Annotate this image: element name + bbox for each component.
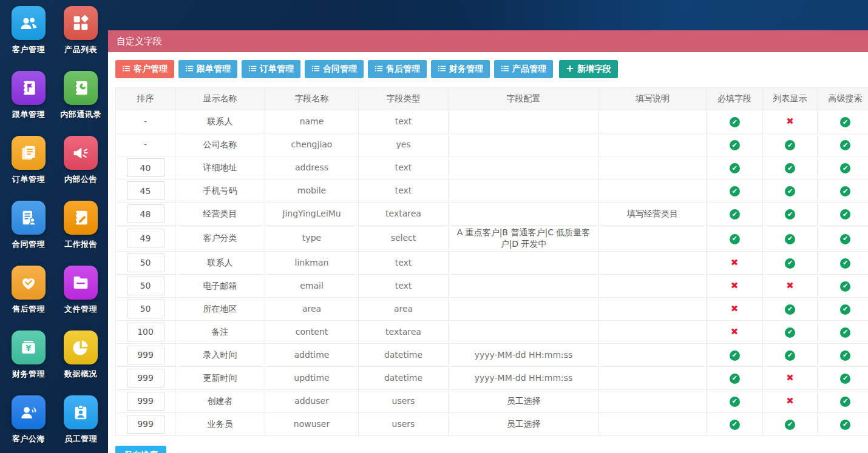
list-show-check-icon[interactable]: ✔ (785, 209, 795, 220)
sidebar-item-user-chat[interactable]: 客户公海 (2, 395, 55, 445)
sidebar-item-report-pencil[interactable]: 工作报告 (55, 201, 107, 250)
adv-search-check-icon[interactable]: ✔ (840, 281, 850, 292)
sort-input[interactable] (127, 300, 164, 318)
tab-订单管理[interactable]: 订单管理 (242, 60, 300, 78)
sort-input[interactable] (127, 229, 164, 247)
sort-input[interactable] (127, 323, 164, 341)
adv-search-check-icon[interactable]: ✔ (840, 304, 850, 315)
sort-cell (116, 226, 175, 252)
custom-fields-panel: 自定义字段 客户管理跟单管理订单管理合同管理售后管理财务管理产品管理新增字段 排… (108, 30, 868, 453)
sidebar-item-grid-blocks[interactable]: 产品列表 (55, 6, 107, 55)
sort-input[interactable] (127, 158, 164, 177)
sidebar-item-users[interactable]: 客户管理 (2, 6, 55, 55)
sidebar-item-documents[interactable]: 订单管理 (2, 136, 55, 185)
list-show-check-icon[interactable]: ✔ (785, 258, 795, 269)
display-name-cell: 更新时间 (175, 366, 265, 389)
sort-input[interactable] (127, 181, 164, 200)
list-show-check-icon[interactable]: ✔ (785, 186, 795, 196)
list-icon (122, 64, 134, 75)
list-show-cell: ✔ (763, 203, 818, 226)
sort-input[interactable] (127, 346, 164, 364)
field-note-cell (599, 366, 707, 389)
save-sort-button[interactable]: 保存排序 (115, 446, 166, 453)
required-check-icon[interactable]: ✔ (730, 234, 740, 244)
field-note-cell (599, 343, 707, 366)
adv-search-check-icon[interactable]: ✔ (840, 374, 850, 384)
list-show-cross-icon[interactable]: ✖ (786, 372, 794, 383)
tab-合同管理[interactable]: 合同管理 (305, 60, 364, 78)
required-check-icon[interactable]: ✔ (730, 397, 740, 407)
field-name-cell: addtime (265, 343, 359, 366)
sidebar-item-contract[interactable]: 合同管理 (2, 201, 55, 250)
adv-search-cell: ✔ (818, 320, 868, 343)
field-note-cell (599, 274, 707, 297)
required-check-icon[interactable]: ✔ (730, 117, 740, 127)
sidebar-item-handshake-heart[interactable]: 售后管理 (2, 266, 55, 315)
tab-产品管理[interactable]: 产品管理 (494, 60, 553, 78)
adv-search-check-icon[interactable]: ✔ (840, 258, 850, 269)
list-show-check-icon[interactable]: ✔ (785, 420, 795, 430)
adv-search-cell: ✔ (818, 180, 868, 203)
required-check-icon[interactable]: ✔ (730, 209, 740, 220)
list-show-check-icon[interactable]: ✔ (785, 140, 795, 150)
column-header: 排序 (116, 88, 175, 110)
adv-search-check-icon[interactable]: ✔ (840, 117, 850, 127)
add-field-button[interactable]: 新增字段 (559, 60, 618, 78)
list-show-cell: ✔ (763, 343, 818, 366)
required-cross-icon[interactable]: ✖ (731, 326, 739, 337)
adv-search-cell: ✔ (818, 226, 868, 252)
table-row: 录入时间addtimedatetimeyyyy-MM-dd HH:mm:ss✔✔… (116, 343, 868, 366)
list-icon (438, 64, 449, 75)
sort-input[interactable] (127, 253, 164, 272)
required-check-icon[interactable]: ✔ (730, 420, 740, 430)
adv-search-check-icon[interactable]: ✔ (840, 420, 850, 430)
required-cross-icon[interactable]: ✖ (731, 303, 739, 314)
sidebar-item-contacts-book[interactable]: 内部通讯录 (55, 71, 107, 120)
field-type-cell: textarea (359, 203, 449, 226)
tab-财务管理[interactable]: 财务管理 (431, 60, 490, 78)
sort-input[interactable] (127, 369, 164, 388)
sidebar-item-money[interactable]: ¥财务管理 (2, 331, 55, 380)
adv-search-check-icon[interactable]: ✔ (840, 327, 850, 338)
required-check-icon[interactable]: ✔ (730, 374, 740, 384)
sidebar-item-megaphone[interactable]: 内部公告 (55, 136, 107, 185)
required-check-icon[interactable]: ✔ (730, 186, 740, 196)
adv-search-check-icon[interactable]: ✔ (840, 234, 850, 244)
list-show-cross-icon[interactable]: ✖ (786, 116, 794, 127)
required-check-icon[interactable]: ✔ (730, 140, 740, 150)
sort-input[interactable] (127, 204, 164, 223)
list-show-check-icon[interactable]: ✔ (785, 163, 795, 173)
required-cross-icon[interactable]: ✖ (731, 257, 739, 268)
sort-input[interactable] (127, 415, 164, 434)
sort-cell (116, 156, 175, 180)
sidebar-item-notebook-flag[interactable]: 跟单管理 (2, 71, 55, 120)
adv-search-check-icon[interactable]: ✔ (840, 351, 850, 361)
adv-search-check-icon[interactable]: ✔ (840, 140, 850, 150)
sort-cell: - (116, 133, 175, 156)
list-show-check-icon[interactable]: ✔ (785, 351, 795, 361)
adv-search-check-icon[interactable]: ✔ (840, 397, 850, 407)
adv-search-cell: ✔ (818, 251, 868, 274)
adv-search-check-icon[interactable]: ✔ (840, 186, 850, 196)
list-show-check-icon[interactable]: ✔ (785, 234, 795, 244)
adv-search-check-icon[interactable]: ✔ (840, 209, 850, 220)
list-show-check-icon[interactable]: ✔ (785, 327, 795, 338)
field-note-cell (599, 156, 707, 180)
sidebar-item-pie-chart[interactable]: 数据概况 (55, 331, 107, 380)
adv-search-check-icon[interactable]: ✔ (840, 163, 850, 173)
list-show-check-icon[interactable]: ✔ (785, 304, 795, 315)
field-note-cell (599, 320, 707, 343)
required-check-icon[interactable]: ✔ (730, 351, 740, 361)
sort-input[interactable] (127, 392, 164, 411)
required-check-icon[interactable]: ✔ (730, 163, 740, 173)
list-show-cross-icon[interactable]: ✖ (786, 395, 794, 406)
sort-input[interactable] (127, 277, 164, 295)
tab-客户管理[interactable]: 客户管理 (115, 60, 174, 78)
tab-跟单管理[interactable]: 跟单管理 (178, 60, 237, 78)
tab-售后管理[interactable]: 售后管理 (368, 60, 427, 78)
required-cross-icon[interactable]: ✖ (731, 280, 739, 291)
list-show-cell: ✔ (763, 320, 818, 343)
sidebar-item-folder[interactable]: 文件管理 (55, 266, 107, 315)
list-show-cross-icon[interactable]: ✖ (786, 280, 794, 291)
sidebar-item-badge[interactable]: 员工管理 (55, 395, 107, 445)
